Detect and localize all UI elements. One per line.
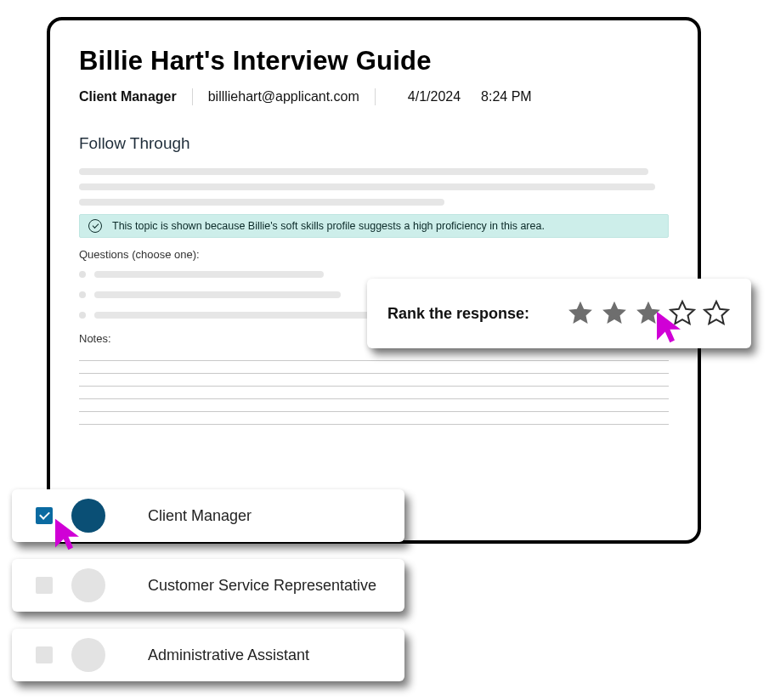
page-meta: Client Manager billliehart@applicant.com… <box>79 88 669 105</box>
placeholder-line <box>79 183 655 190</box>
placeholder-line <box>79 168 648 175</box>
star-icon[interactable] <box>702 299 731 328</box>
section-summary-placeholder <box>79 168 669 206</box>
note-rule <box>79 424 669 425</box>
role-option-administrative-assistant[interactable]: Administrative Assistant <box>12 629 404 681</box>
note-rule <box>79 386 669 387</box>
section-title: Follow Through <box>79 134 669 153</box>
meta-role: Client Manager <box>79 89 177 104</box>
meta-time: 8:24 PM <box>481 89 532 104</box>
placeholder-line <box>94 291 341 298</box>
checkbox-icon[interactable] <box>36 507 53 524</box>
check-circle-icon <box>88 219 102 233</box>
note-rule <box>79 398 669 399</box>
radio-icon <box>79 312 86 319</box>
note-rule <box>79 411 669 412</box>
role-option-client-manager[interactable]: Client Manager <box>12 489 404 542</box>
avatar <box>71 499 105 533</box>
star-icon[interactable] <box>600 299 629 328</box>
star-icon[interactable] <box>668 299 697 328</box>
radio-icon <box>79 271 86 278</box>
meta-email: billliehart@applicant.com <box>208 89 359 104</box>
insight-banner: This topic is shown because Billie's sof… <box>79 214 669 238</box>
rank-label: Rank the response: <box>387 305 529 323</box>
avatar <box>71 638 105 672</box>
notes-area[interactable] <box>79 360 669 425</box>
role-option-customer-service-rep[interactable]: Customer Service Representative <box>12 559 404 612</box>
placeholder-line <box>79 199 444 206</box>
radio-icon <box>79 291 86 298</box>
checkbox-icon[interactable] <box>36 646 53 663</box>
role-name: Administrative Assistant <box>148 646 309 664</box>
star-icon[interactable] <box>634 299 663 328</box>
insight-text: This topic is shown because Billie's sof… <box>112 220 545 232</box>
checkbox-icon[interactable] <box>36 577 53 594</box>
note-rule <box>79 373 669 374</box>
note-rule <box>79 360 669 361</box>
role-name: Customer Service Representative <box>148 577 376 595</box>
meta-divider <box>192 88 193 105</box>
meta-date: 4/1/2024 <box>408 89 461 104</box>
role-name: Client Manager <box>148 507 252 525</box>
avatar <box>71 568 105 602</box>
placeholder-line <box>94 271 324 278</box>
star-rating[interactable] <box>566 299 731 328</box>
question-option[interactable] <box>79 271 669 278</box>
page-title: Billie Hart's Interview Guide <box>79 46 669 76</box>
questions-label: Questions (choose one): <box>79 248 669 261</box>
rank-response-popover: Rank the response: <box>367 279 751 348</box>
meta-divider <box>375 88 376 105</box>
star-icon[interactable] <box>566 299 595 328</box>
